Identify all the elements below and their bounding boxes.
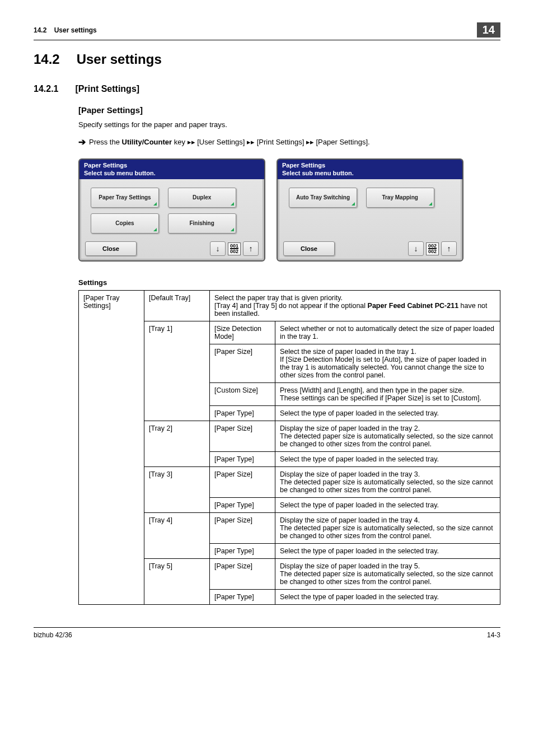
cell: Select the type of paper loaded in the s… (275, 406, 500, 421)
h2-num: 14.2.1 (34, 84, 73, 94)
cell: [Paper Size] (210, 559, 275, 590)
cell: Display the size of paper loaded in the … (275, 467, 500, 498)
finishing-button[interactable]: Finishing (168, 213, 236, 234)
footer-right: 14-3 (487, 631, 500, 639)
cell: [Paper Type] (210, 498, 275, 513)
cell: [Paper Size] (210, 344, 275, 383)
page-indicator: 002 002 (426, 242, 439, 255)
cell: [Tray 3] (144, 467, 210, 513)
h1-num: 14.2 (34, 52, 73, 67)
cell: Select the paper tray that is given prio… (210, 291, 500, 321)
cell: [Tray 2] (144, 421, 210, 467)
cell: Display the size of paper loaded in the … (275, 559, 500, 590)
pager: ↓ 002 002 ↑ (408, 241, 457, 256)
tray-mapping-button[interactable]: Tray Mapping (366, 188, 434, 208)
cell: [Paper Size] (210, 467, 275, 498)
cell: [Paper Type] (210, 590, 275, 605)
cell: Select whether or not to automatically d… (275, 321, 500, 344)
close-button[interactable]: Close (283, 241, 335, 256)
panel-2-title: Paper Settings Select sub menu button. (278, 160, 462, 179)
close-button[interactable]: Close (85, 241, 137, 256)
duplex-button[interactable]: Duplex (168, 188, 236, 208)
cell: Display the size of paper loaded in the … (275, 421, 500, 452)
breadcrumb: ➔ Press the Utility/Counter key ▸▸ [User… (78, 137, 500, 147)
nav-text: Press the Utility/Counter key ▸▸ [User S… (89, 138, 370, 146)
cell: Display the size of paper loaded in the … (275, 513, 500, 544)
cell: [Tray 4] (144, 513, 210, 559)
page-down-button[interactable]: ↓ (210, 241, 226, 256)
panel-1-footer: Close ↓ 001 002 ↑ (85, 241, 259, 256)
settings-table: [Paper Tray Settings] [Default Tray] Sel… (78, 290, 500, 605)
paper-tray-settings-button[interactable]: Paper Tray Settings (91, 188, 159, 208)
table-row: [Paper Tray Settings] [Default Tray] Sel… (79, 291, 500, 321)
cell: [Default Tray] (144, 291, 210, 321)
panel-2-body: Auto Tray Switching Tray Mapping (278, 179, 462, 216)
cell: [Tray 5] (144, 559, 210, 605)
header-num: 14.2 (34, 26, 46, 34)
cell: [Paper Size] (210, 421, 275, 452)
h2-text: [Print Settings] (75, 84, 139, 94)
cell: [Paper Type] (210, 452, 275, 467)
cell: [Paper Type] (210, 544, 275, 559)
cell: Select the type of paper loaded in the s… (275, 452, 500, 467)
cell: [Custom Size] (210, 383, 275, 406)
cell: Select the type of paper loaded in the s… (275, 498, 500, 513)
page-footer: bizhub 42/36 14-3 (34, 627, 500, 639)
intro-text: Specify settings for the paper and paper… (78, 120, 500, 129)
copies-button[interactable]: Copies (91, 213, 159, 234)
panel-1: Paper Settings Select sub menu button. P… (78, 158, 265, 262)
cell: Press [Width] and [Length], and then typ… (275, 383, 500, 406)
heading-1: 14.2 User settings (34, 52, 500, 67)
heading-2: 14.2.1 [Print Settings] (34, 84, 500, 94)
cell: Select the type of paper loaded in the s… (275, 544, 500, 559)
panel-2: Paper Settings Select sub menu button. A… (277, 158, 463, 262)
pager: ↓ 001 002 ↑ (210, 241, 259, 256)
panel-1-title: Paper Settings Select sub menu button. (79, 160, 264, 179)
h1-text: User settings (77, 52, 162, 67)
heading-3: [Paper Settings] (78, 105, 500, 115)
page-header: 14.2 User settings 14 (34, 22, 500, 40)
settings-heading: Settings (78, 278, 500, 287)
cell: [Paper Size] (210, 513, 275, 544)
panel-1-body: Paper Tray Settings Duplex Copies Finish… (79, 179, 264, 242)
cell: [Paper Tray Settings] (79, 291, 144, 605)
cell: Select the size of paper loaded in the t… (275, 344, 500, 383)
page-indicator: 001 002 (228, 242, 241, 255)
cell: Select the type of paper loaded in the s… (275, 590, 500, 605)
screenshot-panels: Paper Settings Select sub menu button. P… (78, 158, 500, 262)
auto-tray-switching-button[interactable]: Auto Tray Switching (289, 188, 357, 208)
cell: [Paper Type] (210, 406, 275, 421)
footer-left: bizhub 42/36 (34, 631, 72, 639)
cell: [Tray 1] (144, 321, 210, 421)
cell: [Size Detection Mode] (210, 321, 275, 344)
arrow-icon: ➔ (78, 137, 86, 147)
chapter-badge: 14 (477, 22, 500, 38)
panel-2-footer: Close ↓ 002 002 ↑ (283, 241, 457, 256)
page-down-button[interactable]: ↓ (408, 241, 424, 256)
header-title: User settings (54, 26, 97, 34)
header-section: 14.2 User settings (34, 26, 97, 34)
page-up-button[interactable]: ↑ (243, 241, 259, 256)
page-up-button[interactable]: ↑ (441, 241, 457, 256)
